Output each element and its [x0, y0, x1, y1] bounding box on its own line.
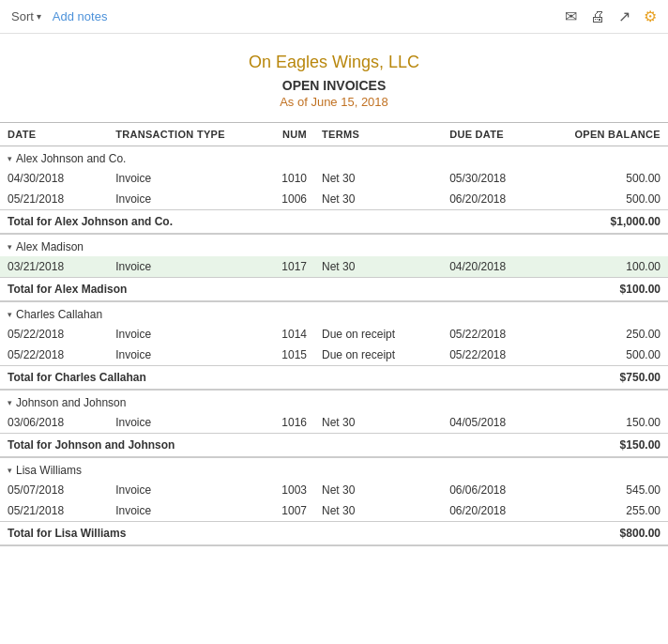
group-name-cell: ▾ Lisa Williams [0, 457, 668, 480]
add-notes-button[interactable]: Add notes [53, 9, 108, 23]
row-terms: Due on receipt [314, 324, 442, 345]
group-header: ▾ Alex Johnson and Co. [0, 146, 668, 169]
report-title: OPEN INVOICES [0, 78, 668, 93]
row-type: Invoice [108, 345, 246, 366]
group-chevron-icon[interactable]: ▾ [8, 242, 12, 252]
group-name: Charles Callahan [16, 308, 102, 321]
toolbar-left: Sort ▾ Add notes [11, 9, 107, 23]
group-total-label: Total for Charles Callahan [0, 366, 550, 391]
row-balance: 150.00 [550, 412, 668, 434]
table-row: 05/21/2018 Invoice 1007 Net 30 06/20/201… [0, 500, 668, 522]
row-type: Invoice [108, 168, 246, 189]
row-type: Invoice [108, 189, 246, 210]
row-num: 1003 [246, 480, 314, 500]
group-total-label: Total for Lisa Williams [0, 522, 550, 546]
row-date: 05/22/2018 [0, 345, 108, 366]
row-num: 1017 [246, 256, 314, 278]
group-total-value: $150.00 [550, 434, 668, 458]
group-total-row: Total for Lisa Williams $800.00 [0, 522, 668, 546]
row-num: 1007 [246, 500, 314, 522]
row-date: 05/21/2018 [0, 189, 108, 210]
table-row: 05/21/2018 Invoice 1006 Net 30 06/20/201… [0, 189, 668, 210]
group-total-value: $1,000.00 [550, 210, 668, 235]
row-due-date: 06/06/2018 [442, 480, 550, 500]
group-total-row: Total for Charles Callahan $750.00 [0, 366, 668, 391]
group-total-row: Total for Alex Johnson and Co. $1,000.00 [0, 210, 668, 235]
group-name-cell: ▾ Johnson and Johnson [0, 390, 668, 412]
group-total-label: Total for Alex Madison [0, 278, 550, 302]
header-open-balance: OPEN BALANCE [550, 123, 668, 146]
group-name-cell: ▾ Alex Madison [0, 234, 668, 256]
row-balance: 545.00 [550, 480, 668, 500]
group-name-cell: ▾ Alex Johnson and Co. [0, 146, 668, 169]
row-terms: Net 30 [314, 480, 442, 500]
row-balance: 100.00 [550, 256, 668, 278]
group-chevron-icon[interactable]: ▾ [8, 154, 12, 163]
row-due-date: 05/22/2018 [442, 324, 550, 345]
group-total-value: $750.00 [550, 366, 668, 391]
row-terms: Net 30 [314, 189, 442, 210]
table-row: 05/22/2018 Invoice 1014 Due on receipt 0… [0, 324, 668, 345]
group-name: Alex Madison [16, 240, 84, 253]
row-due-date: 04/05/2018 [442, 412, 550, 434]
group-name: Johnson and Johnson [16, 396, 126, 409]
group-total-value: $800.00 [550, 522, 668, 546]
row-terms: Net 30 [314, 412, 442, 434]
group-header: ▾ Lisa Williams [0, 457, 668, 480]
row-terms: Net 30 [314, 500, 442, 522]
group-total-label: Total for Alex Johnson and Co. [0, 210, 550, 235]
row-num: 1010 [246, 168, 314, 189]
row-num: 1006 [246, 189, 314, 210]
row-date: 03/06/2018 [0, 412, 108, 434]
row-date: 04/30/2018 [0, 168, 108, 189]
group-header: ▾ Charles Callahan [0, 301, 668, 324]
table-row: 04/30/2018 Invoice 1010 Net 30 05/30/201… [0, 168, 668, 189]
group-header: ▾ Johnson and Johnson [0, 390, 668, 412]
row-due-date: 04/20/2018 [442, 256, 550, 278]
sort-chevron-icon: ▾ [37, 11, 41, 22]
header-terms: TERMS [314, 123, 442, 146]
company-name: On Eagles Wings, LLC [0, 53, 668, 72]
report-header: On Eagles Wings, LLC OPEN INVOICES As of… [0, 34, 668, 118]
row-type: Invoice [108, 412, 246, 434]
row-due-date: 05/22/2018 [442, 345, 550, 366]
row-type: Invoice [108, 480, 246, 500]
table-row: 03/21/2018 Invoice 1017 Net 30 04/20/201… [0, 256, 668, 278]
row-type: Invoice [108, 500, 246, 522]
group-name: Lisa Williams [16, 464, 82, 477]
group-name-cell: ▾ Charles Callahan [0, 301, 668, 324]
export-icon[interactable]: ↗ [618, 8, 630, 25]
sort-button[interactable]: Sort ▾ [11, 9, 41, 23]
row-balance: 500.00 [550, 168, 668, 189]
row-due-date: 06/20/2018 [442, 500, 550, 522]
table-body: ▾ Alex Johnson and Co. 04/30/2018 Invoic… [0, 146, 668, 546]
row-balance: 500.00 [550, 345, 668, 366]
toolbar: Sort ▾ Add notes ✉ 🖨 ↗ ⚙ [0, 0, 668, 34]
group-chevron-icon[interactable]: ▾ [8, 466, 12, 475]
row-date: 05/07/2018 [0, 480, 108, 500]
email-icon[interactable]: ✉ [565, 8, 577, 25]
invoices-table: DATE TRANSACTION TYPE NUM TERMS DUE DATE… [0, 122, 668, 546]
group-chevron-icon[interactable]: ▾ [8, 310, 12, 319]
print-icon[interactable]: 🖨 [590, 8, 605, 25]
table-row: 03/06/2018 Invoice 1016 Net 30 04/05/201… [0, 412, 668, 434]
row-num: 1014 [246, 324, 314, 345]
group-chevron-icon[interactable]: ▾ [8, 398, 12, 407]
row-type: Invoice [108, 324, 246, 345]
group-total-label: Total for Johnson and Johnson [0, 434, 550, 458]
header-num: NUM [246, 123, 314, 146]
row-date: 05/21/2018 [0, 500, 108, 522]
row-num: 1016 [246, 412, 314, 434]
row-balance: 255.00 [550, 500, 668, 522]
row-due-date: 05/30/2018 [442, 168, 550, 189]
header-transaction-type: TRANSACTION TYPE [108, 123, 246, 146]
row-balance: 500.00 [550, 189, 668, 210]
group-total-row: Total for Alex Madison $100.00 [0, 278, 668, 302]
row-date: 05/22/2018 [0, 324, 108, 345]
row-due-date: 06/20/2018 [442, 189, 550, 210]
group-total-row: Total for Johnson and Johnson $150.00 [0, 434, 668, 458]
row-terms: Due on receipt [314, 345, 442, 366]
row-type: Invoice [108, 256, 246, 278]
settings-icon[interactable]: ⚙ [644, 8, 657, 25]
toolbar-right: ✉ 🖨 ↗ ⚙ [565, 8, 657, 25]
